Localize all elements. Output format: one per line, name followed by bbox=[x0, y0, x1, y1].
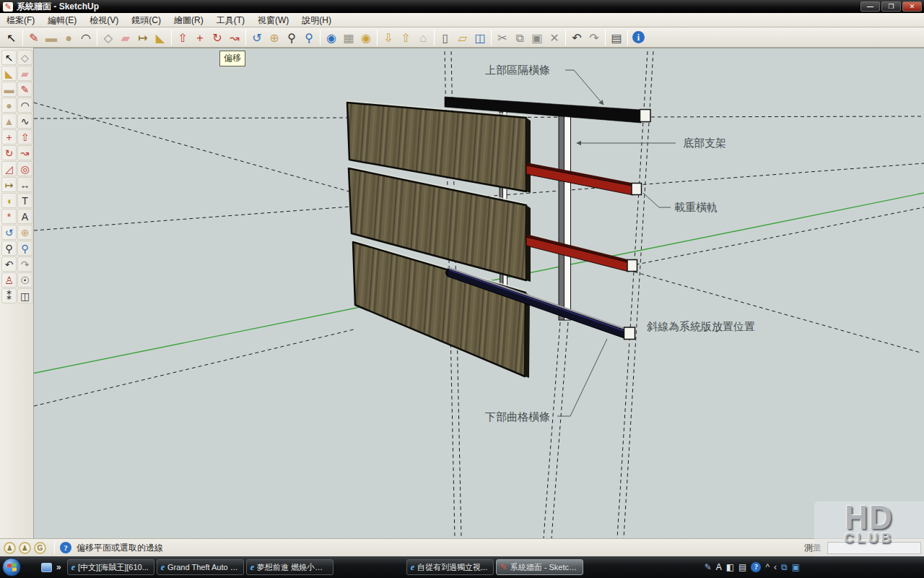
tray-help-icon[interactable]: ? bbox=[751, 562, 761, 572]
help-icon[interactable]: ? bbox=[60, 542, 71, 553]
model-viewport[interactable]: 上部區隔橫條 底部支架 載重橫軌 斜線為系統版放置位置 下部曲格橫條 bbox=[34, 48, 924, 538]
protractor-icon[interactable]: ◖ bbox=[1, 193, 17, 208]
line-icon[interactable]: ✎ bbox=[25, 29, 43, 46]
push-pull-icon[interactable]: ⇧ bbox=[174, 29, 191, 46]
delete-icon[interactable]: ✕ bbox=[546, 29, 563, 46]
close-button[interactable]: ✕ bbox=[902, 1, 922, 12]
print-icon[interactable]: ▤ bbox=[608, 29, 625, 46]
arc-icon[interactable]: ◠ bbox=[77, 29, 95, 46]
offset-icon[interactable]: ◎ bbox=[17, 161, 32, 176]
menu-help[interactable]: 說明(H) bbox=[295, 13, 338, 27]
eraser-icon[interactable]: ▰ bbox=[17, 66, 32, 81]
tape-measure-icon[interactable]: ↦ bbox=[1, 177, 17, 192]
cut-icon[interactable]: ✂ bbox=[494, 29, 511, 46]
redo-icon[interactable]: ↷ bbox=[585, 29, 603, 46]
taskbar-button-ie-1[interactable]: e[中文][海賊王][610... bbox=[67, 559, 154, 575]
dimension-icon[interactable]: ↔ bbox=[17, 177, 32, 192]
tray-ime-language-a-icon[interactable]: A bbox=[716, 561, 722, 573]
rotate-icon[interactable]: ↻ bbox=[1, 145, 17, 160]
follow-me-icon[interactable]: ↝ bbox=[226, 29, 243, 46]
circle-icon[interactable]: ● bbox=[60, 29, 77, 46]
section-plane-icon[interactable]: ◫ bbox=[17, 288, 32, 303]
toggle-terrain-icon[interactable]: ▦ bbox=[340, 29, 357, 46]
tray-text-services-icon[interactable]: ▤ bbox=[738, 561, 746, 573]
zoom-extents-icon[interactable]: ⚲ bbox=[300, 29, 318, 46]
taskbar-button-sketchup[interactable]: ✎系統牆面 - SketchUp bbox=[496, 559, 583, 575]
circle-icon[interactable]: ● bbox=[1, 98, 17, 113]
save-file-icon[interactable]: ◫ bbox=[471, 29, 489, 46]
polygon-icon[interactable]: ▲ bbox=[1, 113, 17, 129]
restore-button[interactable]: ❐ bbox=[881, 1, 901, 12]
copy-icon[interactable]: ⧉ bbox=[511, 29, 528, 46]
rectangle-icon[interactable]: ▬ bbox=[43, 29, 60, 46]
share-model-icon[interactable]: ⇧ bbox=[397, 29, 414, 46]
arc-icon[interactable]: ◠ bbox=[17, 98, 32, 113]
menu-camera[interactable]: 鏡頭(C) bbox=[125, 13, 167, 27]
tray-ime-keyboard-icon[interactable]: ◧ bbox=[726, 561, 734, 573]
text-icon[interactable]: T bbox=[17, 193, 32, 208]
taskbar-button-ie-3[interactable]: e夢想前進 燃燒小宇... bbox=[246, 559, 334, 575]
tray-network-icon[interactable]: ⧉ bbox=[781, 561, 788, 573]
pan-icon[interactable]: ⊕ bbox=[17, 225, 32, 240]
position-camera-icon[interactable]: ♙ bbox=[1, 272, 17, 288]
rotate-icon[interactable]: ↻ bbox=[209, 29, 226, 46]
move-icon[interactable]: + bbox=[191, 29, 209, 46]
orbit-icon[interactable]: ↺ bbox=[248, 29, 266, 46]
measurement-input[interactable] bbox=[827, 542, 921, 554]
model-info-icon[interactable]: i bbox=[632, 31, 645, 43]
push-pull-icon[interactable]: ⇧ bbox=[17, 129, 32, 144]
place-model-icon[interactable]: ◉ bbox=[357, 29, 375, 46]
line-icon[interactable]: ✎ bbox=[17, 82, 32, 97]
follow-me-icon[interactable]: ↝ bbox=[17, 145, 32, 160]
minimize-button[interactable]: — bbox=[860, 1, 880, 12]
move-icon[interactable]: + bbox=[1, 129, 17, 144]
credit-figure-1-icon[interactable]: ♟ bbox=[4, 542, 16, 554]
google-credit-icon[interactable]: G bbox=[34, 542, 46, 554]
paint-bucket-icon[interactable]: ◣ bbox=[152, 29, 169, 46]
paste-icon[interactable]: ▣ bbox=[528, 29, 546, 46]
menu-draw[interactable]: 繪圖(R) bbox=[167, 13, 210, 27]
look-around-icon[interactable]: ☉ bbox=[17, 272, 32, 288]
tape-measure-icon[interactable]: ↦ bbox=[134, 29, 152, 46]
axes-icon[interactable]: * bbox=[1, 209, 17, 224]
support-post[interactable] bbox=[559, 111, 571, 320]
select-icon[interactable]: ↖ bbox=[3, 29, 20, 46]
zoom-icon[interactable]: ⚲ bbox=[283, 29, 300, 46]
select-icon[interactable]: ↖ bbox=[1, 50, 17, 65]
zoom-next-icon[interactable]: ↷ bbox=[17, 256, 32, 272]
zoom-icon[interactable]: ⚲ bbox=[1, 241, 17, 256]
menu-tools[interactable]: 工具(T) bbox=[210, 13, 251, 27]
undo-icon[interactable]: ↶ bbox=[568, 29, 585, 46]
taskbar-button-ie-4[interactable]: e自從有到過獨立視... bbox=[406, 559, 494, 575]
menu-edit[interactable]: 編輯(E) bbox=[41, 13, 83, 27]
make-component-icon[interactable]: ◇ bbox=[100, 29, 117, 46]
menu-view[interactable]: 檢視(V) bbox=[83, 13, 125, 27]
paint-bucket-icon[interactable]: ◣ bbox=[1, 66, 17, 81]
quick-launch-chevron[interactable]: » bbox=[56, 562, 61, 572]
credit-figure-2-icon[interactable]: ♟ bbox=[19, 542, 31, 554]
tray-chevron-left-icon[interactable]: ‹ bbox=[774, 561, 777, 573]
tray-ime-pen-icon[interactable]: ✎ bbox=[705, 561, 712, 573]
freehand-icon[interactable]: ∿ bbox=[17, 113, 32, 129]
get-current-view-icon[interactable]: ◉ bbox=[323, 29, 340, 46]
menu-file[interactable]: 檔案(F) bbox=[0, 13, 41, 27]
start-button[interactable] bbox=[2, 558, 21, 577]
eraser-icon[interactable]: ▰ bbox=[117, 29, 134, 46]
tray-audio-icon[interactable]: ▣ bbox=[792, 561, 800, 573]
3d-text-icon[interactable]: A bbox=[17, 209, 32, 224]
show-desktop-icon[interactable] bbox=[41, 563, 52, 572]
zoom-extents-icon[interactable]: ⚲ bbox=[17, 241, 32, 256]
clock-area[interactable] bbox=[801, 556, 924, 578]
make-component-icon[interactable]: ◇ bbox=[17, 50, 32, 65]
rectangle-icon[interactable]: ▬ bbox=[1, 82, 17, 97]
tray-expand-icon[interactable]: ^ bbox=[765, 561, 770, 573]
taskbar-button-ie-2[interactable]: eGrand Theft Auto B... bbox=[157, 559, 244, 575]
top-bar-end-cap[interactable] bbox=[640, 110, 651, 122]
scale-icon[interactable]: ◿ bbox=[1, 161, 17, 176]
share-component-icon[interactable]: ⌂ bbox=[414, 29, 432, 46]
menu-window[interactable]: 視窗(W) bbox=[251, 13, 295, 27]
walk-icon[interactable]: ⁑ bbox=[1, 288, 17, 303]
get-models-icon[interactable]: ⇩ bbox=[380, 29, 397, 46]
open-file-icon[interactable]: ▱ bbox=[454, 29, 471, 46]
pan-icon[interactable]: ⊕ bbox=[266, 29, 283, 46]
